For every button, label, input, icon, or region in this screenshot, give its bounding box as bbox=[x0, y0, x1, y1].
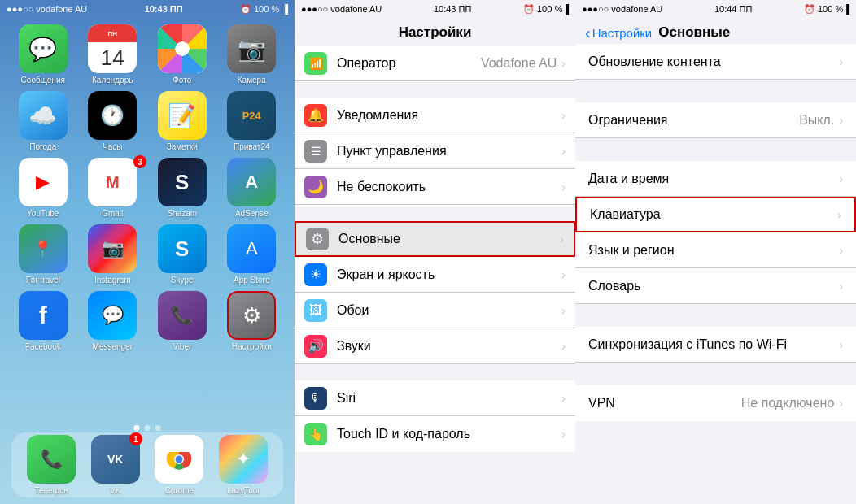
maps-icon: 📍 bbox=[19, 224, 68, 273]
app-facebook[interactable]: f Facebook bbox=[11, 291, 75, 351]
settings-alarm-icon: ⏰ bbox=[523, 4, 535, 14]
back-button[interactable]: ‹ Настройки bbox=[585, 24, 652, 41]
notifications-label: Уведомления bbox=[337, 108, 561, 123]
app-camera[interactable]: 📷 Камера bbox=[221, 24, 284, 85]
restrictions-label: Ограничения bbox=[588, 113, 799, 128]
app-viber[interactable]: 📞 Viber bbox=[151, 291, 214, 351]
display-icon: ☀ bbox=[304, 263, 327, 286]
viber-label: Viber bbox=[173, 342, 191, 351]
dot-3 bbox=[155, 425, 161, 431]
general-row-restrictions[interactable]: Ограничения Выкл. › bbox=[575, 102, 856, 138]
notes-icon: 📝 bbox=[158, 91, 207, 140]
dot-1 bbox=[134, 425, 140, 431]
camera-label: Камера bbox=[238, 76, 266, 85]
general-row-language[interactable]: Язык и регион › bbox=[575, 232, 856, 268]
general-row-keyboard[interactable]: Клавиатура › bbox=[575, 197, 856, 232]
section-gap-2 bbox=[295, 205, 575, 221]
content-update-label: Обновление контента bbox=[588, 54, 839, 69]
dock-lazytool[interactable]: ✦ LazyTool bbox=[219, 435, 268, 495]
settings-row-display[interactable]: ☀ Экран и яркость › bbox=[295, 257, 575, 293]
settings-row-controlcenter[interactable]: ☰ Пункт управления › bbox=[295, 133, 575, 169]
page-dots bbox=[134, 425, 161, 431]
general-nav-bar: ‹ Настройки Основные bbox=[575, 18, 856, 44]
app-notes[interactable]: 📝 Заметки bbox=[151, 91, 214, 151]
operator-value: Vodafone AU bbox=[481, 56, 557, 71]
controlcenter-label: Пункт управления bbox=[337, 144, 561, 159]
app-messenger[interactable]: 💬 Messenger bbox=[81, 291, 145, 351]
vpn-value: Не подключено bbox=[741, 396, 835, 411]
siri-icon: 🎙 bbox=[304, 387, 327, 410]
settings-battery: ⏰ 100 %▐ bbox=[523, 4, 569, 15]
sounds-chevron: › bbox=[561, 340, 566, 353]
content-update-chevron: › bbox=[839, 55, 843, 68]
facebook-label: Facebook bbox=[25, 342, 61, 351]
settings-time: 10:43 ПП bbox=[434, 4, 471, 14]
settings-row-sounds[interactable]: 🔊 Звуки › bbox=[295, 328, 575, 364]
app-photos[interactable]: Фото bbox=[151, 24, 214, 85]
app-weather[interactable]: ☁️ Погода bbox=[11, 91, 75, 151]
general-row-dictionary[interactable]: Словарь › bbox=[575, 268, 856, 304]
notifications-icon: 🔔 bbox=[304, 104, 327, 127]
settings-title: Настройки bbox=[295, 18, 575, 46]
settings-list: 📶 Оператор Vodafone AU › 🔔 Уведомления ›… bbox=[295, 46, 575, 504]
app-gmail[interactable]: M 3 Gmail bbox=[81, 158, 145, 218]
general-carrier: ●●●○○ vodafone AU bbox=[582, 4, 662, 14]
settings-label: Настройки bbox=[232, 342, 272, 351]
photos-icon bbox=[158, 24, 207, 73]
home-screen: ●●●○○ vodafone AU 10:43 ПП ⏰ 100 % ▐ 💬 С… bbox=[0, 0, 295, 504]
keyboard-label: Клавиатура bbox=[590, 207, 837, 222]
app-shazam[interactable]: S Shazam bbox=[151, 158, 214, 218]
settings-row-operator[interactable]: 📶 Оператор Vodafone AU › bbox=[295, 46, 575, 81]
general-panel: ●●●○○ vodafone AU 10:44 ПП ⏰ 100 %▐ ‹ На… bbox=[575, 0, 856, 504]
touchid-icon: 👆 bbox=[304, 423, 327, 445]
chrome-label: Chrome bbox=[164, 486, 194, 495]
keyboard-chevron: › bbox=[837, 208, 841, 221]
display-label: Экран и яркость bbox=[337, 267, 561, 282]
app-messages[interactable]: 💬 Сообщения bbox=[11, 24, 75, 85]
app-privat24[interactable]: P24 Приват24 bbox=[221, 91, 284, 151]
vk-label: VK bbox=[110, 486, 120, 495]
general-gap-3 bbox=[575, 304, 856, 327]
settings-row-siri[interactable]: 🎙 Siri › bbox=[295, 380, 575, 416]
app-skype[interactable]: S Skype bbox=[151, 224, 214, 285]
general-row-content-update[interactable]: Обновление контента › bbox=[575, 44, 856, 80]
settings-row-donotdisturb[interactable]: 🌙 Не беспокоить › bbox=[295, 169, 575, 205]
app-clock[interactable]: 🕐 Часы bbox=[81, 91, 145, 151]
wallpaper-label: Обои bbox=[337, 303, 561, 318]
general-gap-4 bbox=[575, 363, 856, 385]
language-label: Язык и регион bbox=[588, 243, 839, 258]
dock-vk[interactable]: VK 1 VK bbox=[91, 435, 140, 495]
skype-label: Skype bbox=[171, 276, 194, 285]
donotdisturb-chevron: › bbox=[561, 180, 566, 193]
controlcenter-icon: ☰ bbox=[304, 140, 327, 163]
app-calendar[interactable]: ПН 14 Календарь bbox=[81, 24, 145, 85]
app-youtube[interactable]: ▶ YouTube bbox=[11, 158, 75, 218]
dock-chrome[interactable]: Chrome bbox=[155, 435, 203, 495]
app-appstore[interactable]: A App Store bbox=[221, 224, 284, 285]
settings-row-general[interactable]: ⚙ Основные › bbox=[295, 221, 575, 257]
settings-row-notifications[interactable]: 🔔 Уведомления › bbox=[295, 98, 575, 133]
app-settings[interactable]: ⚙ Настройки bbox=[221, 291, 284, 351]
dock: 📞 Телефон VK 1 VK Chrome bbox=[11, 432, 283, 497]
phone-icon: 📞 bbox=[27, 435, 76, 484]
home-status-bar: ●●●○○ vodafone AU 10:43 ПП ⏰ 100 % ▐ bbox=[0, 0, 295, 18]
general-list: Обновление контента › Ограничения Выкл. … bbox=[575, 44, 856, 504]
app-adsense[interactable]: A AdSense bbox=[221, 158, 284, 218]
messages-label: Сообщения bbox=[21, 76, 65, 85]
touchid-label: Touch ID и код-пароль bbox=[337, 427, 561, 441]
section-gap-3 bbox=[295, 364, 575, 380]
controlcenter-chevron: › bbox=[561, 145, 566, 158]
app-instagram[interactable]: 📷 Instagram bbox=[81, 224, 145, 285]
dock-phone[interactable]: 📞 Телефон bbox=[27, 435, 76, 495]
general-row-vpn[interactable]: VPN Не подключено › bbox=[575, 385, 856, 421]
app-maps[interactable]: 📍 For travel bbox=[11, 224, 75, 285]
settings-row-wallpaper[interactable]: 🖼 Обои › bbox=[295, 293, 575, 328]
general-row-itunes-wifi[interactable]: Синхронизация с iTunes по Wi-Fi › bbox=[575, 327, 856, 363]
general-row-datetime[interactable]: Дата и время › bbox=[575, 161, 856, 197]
itunes-wifi-chevron: › bbox=[839, 338, 843, 351]
wallpaper-icon: 🖼 bbox=[304, 299, 327, 322]
messenger-icon: 💬 bbox=[88, 291, 137, 340]
skype-icon: S bbox=[158, 224, 207, 273]
appstore-icon: A bbox=[227, 224, 276, 273]
settings-row-touchid[interactable]: 👆 Touch ID и код-пароль › bbox=[295, 416, 575, 452]
